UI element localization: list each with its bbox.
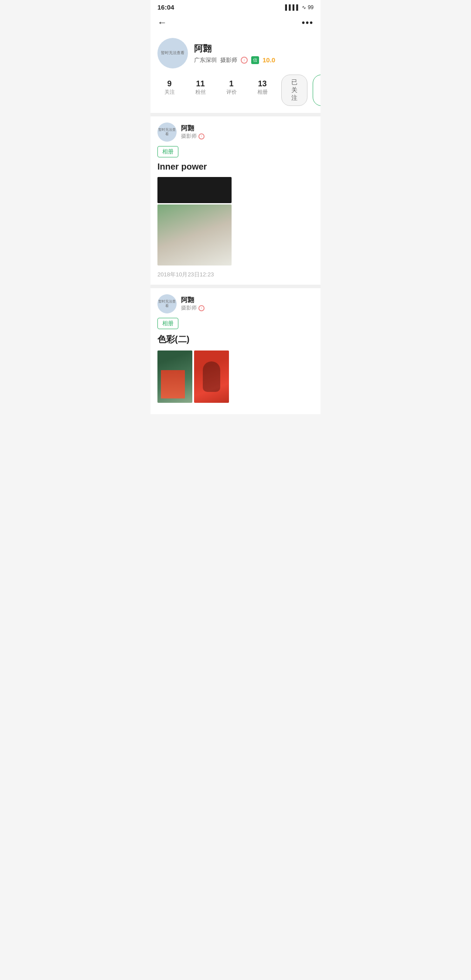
post-image-red-1[interactable] (194, 350, 229, 403)
message-button[interactable]: 私信 (313, 75, 321, 106)
post-avatar-placeholder-1: 暂时无法查看 (157, 128, 177, 136)
post-avatar-2: 暂时无法查看 (157, 294, 177, 313)
rating-value: 10.0 (263, 56, 275, 64)
post-images-2 (157, 350, 314, 403)
person-silhouette-1 (203, 361, 220, 392)
back-button[interactable]: ← (157, 17, 167, 28)
verified-badge: 信 (251, 56, 259, 64)
post-card-2: 暂时无法查看 阿翾 摄影师 ♀ 相册 色彩(二) (150, 288, 321, 414)
status-bar: 16:04 ▌▌▌▌ ∿ 99 (150, 0, 321, 13)
post-role-2: 摄影师 ♀ (181, 304, 205, 312)
post-card-1: 暂时无法查看 阿翾 摄影师 ♀ 相册 Inner power 2018年10月2… (150, 116, 321, 285)
post-avatar-placeholder-2: 暂时无法查看 (157, 299, 177, 308)
profile-text: 阿翾 广东深圳 摄影师 ♀ 信 10.0 (194, 43, 275, 64)
follow-label: 关注 (164, 88, 175, 96)
post-title-2: 色彩(二) (157, 333, 314, 345)
post-username-1[interactable]: 阿翾 (181, 124, 205, 133)
stats-actions-row: 9 关注 11 粉丝 1 评价 13 相册 已关注 私信 (157, 75, 314, 106)
post-image-room-1[interactable] (157, 204, 232, 265)
post-role-1: 摄影师 ♀ (181, 133, 205, 140)
more-button[interactable]: ••• (302, 18, 314, 28)
post-gender-icon-1: ♀ (198, 133, 205, 140)
follow-num: 9 (167, 79, 171, 88)
post-title-1: Inner power (157, 162, 314, 172)
post-gender-icon-2: ♀ (198, 305, 205, 311)
tag-album-2[interactable]: 相册 (157, 318, 178, 329)
post-image-inner-1 (157, 204, 232, 265)
post-image-green-1[interactable] (157, 350, 192, 403)
post-user-info-2: 阿翾 摄影师 ♀ (181, 296, 205, 312)
divider-2 (150, 285, 321, 288)
status-time: 16:04 (157, 3, 174, 11)
gender-icon: ♀ (241, 57, 248, 64)
review-num: 1 (229, 79, 233, 88)
post-user-row-2: 暂时无法查看 阿翾 摄影师 ♀ (157, 294, 314, 313)
review-label: 评价 (226, 88, 237, 96)
stats-row: 9 关注 11 粉丝 1 评价 13 相册 (157, 79, 281, 96)
stat-album[interactable]: 13 相册 (250, 79, 274, 96)
follow-button[interactable]: 已关注 (281, 75, 307, 106)
battery-icon: 99 (308, 4, 314, 10)
post-date-1: 2018年10月23日12:23 (157, 271, 314, 279)
avatar-placeholder: 暂时无法查看 (161, 51, 184, 56)
post-username-2[interactable]: 阿翾 (181, 296, 205, 304)
stat-review[interactable]: 1 评价 (219, 79, 243, 96)
status-icons: ▌▌▌▌ ∿ 99 (285, 4, 314, 10)
profile-header: 暂时无法查看 阿翾 广东深圳 摄影师 ♀ 信 10.0 9 关注 11 粉丝 (150, 34, 321, 113)
profile-name: 阿翾 (194, 43, 275, 54)
top-nav: ← ••• (150, 13, 321, 34)
fans-num: 11 (196, 79, 205, 88)
profile-location: 广东深圳 (194, 56, 217, 64)
profile-meta: 广东深圳 摄影师 ♀ 信 10.0 (194, 56, 275, 64)
profile-role: 摄影师 (220, 56, 237, 64)
stat-follow[interactable]: 9 关注 (157, 79, 181, 96)
post-user-row-1: 暂时无法查看 阿翾 摄影师 ♀ (157, 122, 314, 142)
wifi-icon: ∿ (302, 4, 306, 10)
stat-fans[interactable]: 11 粉丝 (188, 79, 212, 96)
post-user-info-1: 阿翾 摄影师 ♀ (181, 124, 205, 140)
album-label: 相册 (257, 88, 268, 96)
avatar: 暂时无法查看 (157, 38, 188, 68)
album-num: 13 (258, 79, 266, 88)
divider-1 (150, 113, 321, 116)
signal-icon: ▌▌▌▌ (285, 4, 300, 10)
profile-info-row: 暂时无法查看 阿翾 广东深圳 摄影师 ♀ 信 10.0 (157, 38, 314, 68)
action-buttons: 已关注 私信 (281, 75, 321, 106)
tag-album-1[interactable]: 相册 (157, 146, 178, 157)
post-images-1 (157, 177, 314, 265)
post-image-overlay-1 (161, 370, 185, 398)
fans-label: 粉丝 (195, 88, 206, 96)
post-avatar-1: 暂时无法查看 (157, 122, 177, 142)
post-image-dark-1[interactable] (157, 177, 232, 203)
